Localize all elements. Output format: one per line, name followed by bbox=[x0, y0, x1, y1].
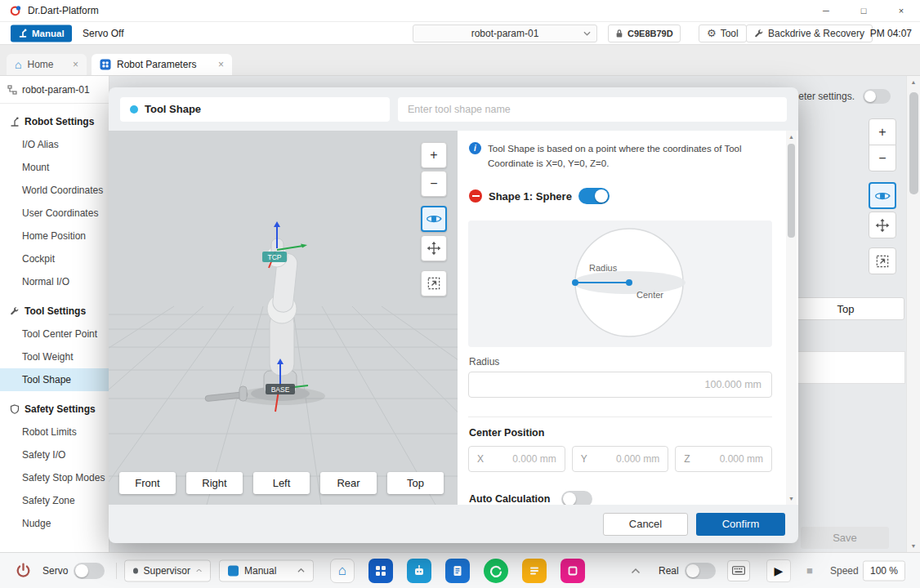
viewer-orbit-button[interactable] bbox=[421, 206, 447, 232]
dock-document-app-icon[interactable] bbox=[445, 559, 470, 583]
view-right-button[interactable]: Right bbox=[186, 472, 243, 494]
tool-button[interactable]: ⚙ Tool bbox=[699, 24, 747, 42]
document-icon bbox=[451, 564, 464, 577]
sidebar-item-tool-weight[interactable]: Tool Weight bbox=[0, 345, 109, 368]
minus-icon: − bbox=[878, 151, 886, 166]
mode-select[interactable]: Manual bbox=[219, 559, 314, 581]
auto-calculation-toggle[interactable] bbox=[561, 491, 592, 505]
scroll-up-icon[interactable]: ▲ bbox=[907, 79, 920, 85]
confirm-button[interactable]: Confirm bbox=[696, 513, 785, 536]
servo-toggle[interactable] bbox=[74, 563, 105, 579]
dock-green-app-icon[interactable] bbox=[484, 559, 508, 583]
tab-robot-parameters[interactable]: Robot Parameters × bbox=[92, 54, 232, 75]
viewer-zoom-in-button[interactable]: + bbox=[421, 142, 447, 168]
play-button[interactable]: ▶ bbox=[766, 559, 791, 582]
panel-scrollbar-thumb[interactable] bbox=[788, 144, 795, 238]
3d-viewer[interactable]: BASE TCP + − bbox=[109, 131, 458, 505]
sidebar-item-tool-center-point[interactable]: Tool Center Point bbox=[0, 323, 109, 345]
center-y-input[interactable] bbox=[591, 453, 660, 465]
sidebar-item-mount[interactable]: Mount bbox=[0, 156, 109, 179]
sidebar-item-cockpit[interactable]: Cockpit bbox=[0, 247, 109, 270]
divider bbox=[468, 416, 772, 417]
shape-enable-toggle[interactable] bbox=[578, 188, 610, 204]
viewer-pan-button[interactable] bbox=[421, 235, 447, 261]
minimize-button[interactable]: ─ bbox=[807, 0, 845, 21]
power-icon[interactable] bbox=[15, 562, 32, 579]
cancel-button-label: Cancel bbox=[629, 518, 662, 530]
sidebar-section-robot-settings[interactable]: Robot Settings bbox=[0, 110, 109, 133]
sidebar-item-label: Home Position bbox=[22, 230, 86, 242]
app-logo-icon bbox=[10, 5, 21, 16]
divider bbox=[116, 563, 117, 579]
scroll-down-icon[interactable]: ▼ bbox=[907, 543, 920, 549]
bg-pan-view-button[interactable] bbox=[869, 212, 896, 238]
sidebar-item-label: Mount bbox=[22, 162, 49, 173]
maximize-button[interactable]: □ bbox=[845, 0, 882, 21]
scrollbar-thumb[interactable] bbox=[909, 92, 918, 194]
center-y-field[interactable]: Y bbox=[572, 446, 669, 472]
view-front-button[interactable]: Front bbox=[119, 472, 176, 494]
manual-mode-button[interactable]: Manual bbox=[11, 24, 72, 42]
stop-button[interactable]: ■ bbox=[797, 559, 822, 582]
robot-param-dropdown[interactable]: robot-param-01 bbox=[413, 24, 597, 42]
tab-robot-parameters-close-icon[interactable]: × bbox=[218, 60, 224, 69]
device-id-chip[interactable]: C9E8B79D bbox=[608, 24, 681, 42]
sidebar-item-tool-shape[interactable]: Tool Shape bbox=[0, 368, 109, 391]
panel-scrollbar[interactable]: ▲ ▼ bbox=[786, 131, 797, 505]
remove-shape-icon[interactable] bbox=[469, 189, 482, 203]
sidebar-header[interactable]: robot-param-01 bbox=[0, 76, 109, 104]
close-button[interactable]: × bbox=[882, 0, 920, 21]
tab-home[interactable]: ⌂ Home × bbox=[7, 54, 87, 75]
sidebar-item-nudge[interactable]: Nudge bbox=[0, 512, 109, 535]
sidebar-item-home-position[interactable]: Home Position bbox=[0, 225, 109, 247]
robot-param-dropdown-value: robot-param-01 bbox=[471, 28, 539, 39]
tool-shape-name-input[interactable] bbox=[398, 97, 787, 122]
view-rear-button[interactable]: Rear bbox=[320, 472, 377, 494]
sidebar-item-safety-stop-modes[interactable]: Safety Stop Modes bbox=[0, 466, 109, 489]
sidebar-section-safety-settings[interactable]: Safety Settings bbox=[0, 398, 109, 421]
backdrive-recovery-button[interactable]: Backdrive & Recovery bbox=[746, 24, 873, 42]
sidebar-item-io-alias[interactable]: I/O Alias bbox=[0, 133, 109, 156]
bg-orbit-view-button[interactable] bbox=[869, 182, 896, 209]
bg-zoom-in-button[interactable]: + bbox=[869, 118, 896, 145]
speed-value[interactable]: 100 % bbox=[863, 560, 905, 581]
sidebar-section-tool-settings[interactable]: Tool Settings bbox=[0, 300, 109, 323]
dock-task-list-app-icon[interactable] bbox=[522, 559, 547, 583]
bg-zoom-out-button[interactable]: − bbox=[869, 145, 896, 172]
main-scrollbar[interactable]: ▲ ▼ bbox=[906, 76, 920, 552]
dock-robot-app-icon[interactable] bbox=[407, 559, 431, 583]
dock-robot-params-app-icon[interactable] bbox=[368, 559, 393, 583]
center-x-field[interactable]: X bbox=[468, 446, 565, 472]
sidebar-item-safety-io[interactable]: Safety I/O bbox=[0, 443, 109, 466]
role-select[interactable]: Supervisor bbox=[124, 559, 211, 581]
dock-pink-app-icon[interactable] bbox=[560, 559, 585, 583]
sidebar-item-user-coordinates[interactable]: User Coordinates bbox=[0, 202, 109, 225]
sidebar-item-safety-zone[interactable]: Safety Zone bbox=[0, 489, 109, 512]
dialog-title: Tool Shape bbox=[145, 103, 201, 115]
sidebar-item-world-coordinates[interactable]: World Coordinates bbox=[0, 179, 109, 202]
bg-fit-view-button[interactable] bbox=[869, 247, 896, 274]
sidebar-item-robot-limits[interactable]: Robot Limits bbox=[0, 421, 109, 443]
center-z-field[interactable]: Z bbox=[675, 446, 772, 472]
dock-collapse-chevron-icon[interactable] bbox=[631, 568, 641, 574]
keyboard-button[interactable] bbox=[727, 560, 750, 581]
cancel-button[interactable]: Cancel bbox=[603, 513, 688, 536]
view-left-button[interactable]: Left bbox=[253, 472, 310, 494]
center-z-input[interactable] bbox=[694, 453, 763, 465]
real-sim-toggle[interactable] bbox=[685, 563, 716, 579]
axis-z-label: Z bbox=[684, 453, 690, 465]
tab-home-close-icon[interactable]: × bbox=[73, 60, 78, 69]
panel-scroll-up-icon[interactable]: ▲ bbox=[786, 134, 797, 140]
dock-home-app-icon[interactable]: ⌂ bbox=[330, 559, 355, 583]
viewer-fit-button[interactable] bbox=[421, 270, 447, 296]
radius-input[interactable] bbox=[468, 372, 772, 398]
center-x-input[interactable] bbox=[487, 453, 556, 465]
viewer-zoom-out-button[interactable]: − bbox=[421, 171, 447, 197]
parameter-settings-toggle[interactable] bbox=[863, 89, 891, 104]
save-button[interactable]: Save bbox=[801, 527, 889, 549]
tcp-label: TCP bbox=[268, 253, 282, 261]
sidebar-item-normal-io[interactable]: Normal I/O bbox=[0, 270, 109, 293]
panel-scroll-down-icon[interactable]: ▼ bbox=[786, 496, 797, 501]
view-top-button[interactable]: Top bbox=[387, 472, 444, 494]
bg-top-view-button[interactable]: Top bbox=[787, 297, 904, 320]
